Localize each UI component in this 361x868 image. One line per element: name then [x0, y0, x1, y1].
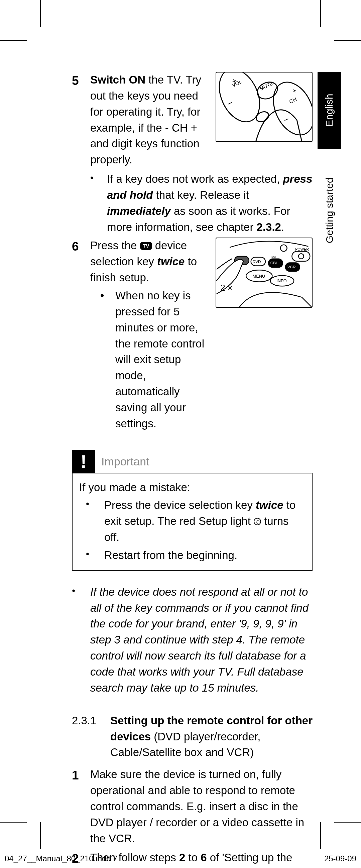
svg-text:MENU: MENU — [253, 274, 265, 279]
important-bullet-2: • Restart from the beginning. — [79, 547, 305, 563]
svg-text:DVD: DVD — [253, 259, 261, 264]
important-label: Important — [101, 454, 149, 470]
page-content: 5 VOL + − MUTE CH + − — [72, 72, 312, 868]
figure-remote-device-keys: POWER DVD SAT CBL VCR MENU INFO — [216, 238, 312, 308]
section-2-3-1: 2.3.1 Setting up the remote control for … — [72, 713, 312, 761]
bullet-icon: • — [86, 547, 104, 563]
svg-text:SAT: SAT — [271, 255, 277, 258]
indesign-slug: 04_27__Manual_80_210.indd 7 25-09-09 — [0, 853, 361, 865]
svg-text:VCR: VCR — [288, 265, 296, 269]
svg-point-0 — [216, 72, 268, 128]
svg-rect-12 — [292, 252, 310, 261]
tab-english: English — [318, 72, 341, 149]
section-title: Setting up the remote control for other … — [110, 713, 312, 761]
section-number: 2.3.1 — [72, 713, 110, 761]
indd-date: 25-09-09 — [324, 853, 356, 865]
important-icon: ! — [72, 450, 95, 473]
svg-text:POWER: POWER — [295, 248, 309, 252]
tab-english-label: English — [322, 94, 337, 127]
step-5: 5 VOL + − MUTE CH + − — [72, 72, 312, 168]
tv-key-icon: TV — [140, 242, 152, 250]
tab-getting-started-label: Getting started — [322, 178, 337, 244]
important-box: ! Important If you made a mistake: • Pre… — [72, 450, 312, 571]
tab-getting-started: Getting started — [318, 162, 341, 259]
step-6-sub-bullet: • When no key is pressed for 5 minutes o… — [90, 288, 211, 432]
svg-text:+: + — [291, 86, 298, 95]
step-6: 6 POWER DVD SAT CBL — [72, 238, 312, 431]
step-1-number: 1 — [72, 767, 90, 846]
step-5-text: Switch ON the TV. Try out the keys you n… — [90, 73, 201, 166]
svg-text:−: − — [225, 98, 234, 108]
bullet-icon: • — [100, 288, 115, 432]
database-search-text: If the device does not respond at all or… — [90, 584, 312, 696]
bullet-icon: • — [72, 584, 90, 696]
svg-text:CBL: CBL — [270, 261, 278, 265]
step-6-number: 6 — [72, 238, 90, 431]
step-6-text: Press the TV device selection key twice … — [90, 239, 197, 284]
step-5-number: 5 — [72, 72, 90, 168]
svg-text:2 ×: 2 × — [220, 283, 233, 292]
setup-light-icon — [254, 518, 261, 525]
svg-text:INFO: INFO — [276, 279, 287, 284]
figure-remote-volume: VOL + − MUTE CH + − — [216, 72, 312, 142]
svg-text:−: − — [282, 114, 291, 125]
side-tabs: English Getting started — [318, 72, 341, 259]
bullet-icon: • — [86, 497, 104, 545]
step-5-bullet-text: If a key does not work as expected, pres… — [107, 171, 312, 235]
step-5-bullet: • If a key does not work as expected, pr… — [72, 171, 312, 235]
svg-point-14 — [299, 254, 304, 259]
important-intro: If you made a mistake: — [79, 479, 305, 495]
indd-file: 04_27__Manual_80_210.indd 7 — [5, 853, 118, 865]
bullet-icon: • — [90, 171, 107, 235]
important-bullet-1: • Press the device selection key twice t… — [79, 497, 305, 545]
database-search-note: • If the device does not respond at all … — [72, 584, 312, 696]
svg-text:CH: CH — [289, 96, 298, 104]
step-1-text: Make sure the device is turned on, fully… — [90, 767, 312, 846]
svg-point-10 — [255, 110, 270, 124]
svg-point-11 — [280, 245, 287, 252]
step-1: 1 Make sure the device is turned on, ful… — [72, 767, 312, 846]
step-6-sub-text: When no key is pressed for 5 minutes or … — [115, 288, 211, 432]
